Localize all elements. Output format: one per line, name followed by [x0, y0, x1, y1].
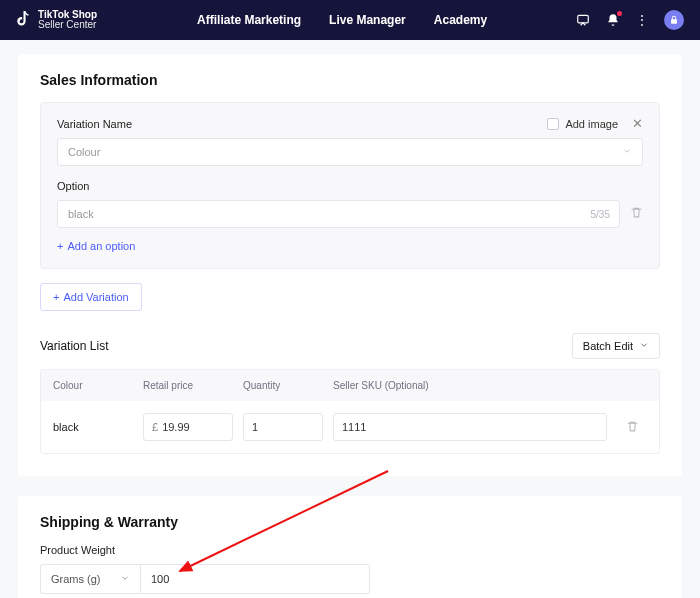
nav-affiliate-marketing[interactable]: Affiliate Marketing	[197, 13, 301, 27]
nav-live-manager[interactable]: Live Manager	[329, 13, 406, 27]
variation-table: Colour Retail price Quantity Seller SKU …	[40, 369, 660, 454]
option-input-wrap: black 5/35	[57, 200, 620, 228]
retail-price-input[interactable]: £ 19.99	[143, 413, 233, 441]
plus-icon: +	[57, 240, 63, 252]
variation-box: Variation Name Add image ✕ Colour Option	[40, 102, 660, 269]
weight-unit-select[interactable]: Grams (g)	[40, 564, 140, 594]
top-bar: TikTok Shop Seller Center Affiliate Mark…	[0, 0, 700, 40]
table-row: black £ 19.99 1 1111	[41, 401, 659, 453]
checkbox-icon	[547, 118, 559, 130]
option-char-count: 5/35	[591, 209, 610, 220]
option-value: black	[68, 208, 94, 220]
batch-edit-button[interactable]: Batch Edit	[572, 333, 660, 359]
variation-select-value: Colour	[68, 146, 100, 158]
th-sku: Seller SKU (Optional)	[333, 380, 607, 391]
option-label: Option	[57, 180, 643, 192]
product-weight-row: Grams (g) 100	[40, 564, 660, 594]
chat-icon[interactable]	[576, 13, 590, 27]
th-quantity: Quantity	[243, 380, 323, 391]
sku-input[interactable]: 1111	[333, 413, 607, 441]
top-nav: Affiliate Marketing Live Manager Academy	[197, 13, 487, 27]
svg-rect-0	[578, 15, 589, 23]
table-header: Colour Retail price Quantity Seller SKU …	[41, 370, 659, 401]
notification-dot-icon	[617, 11, 622, 16]
chevron-down-icon	[622, 146, 632, 158]
delete-row-button[interactable]	[617, 420, 647, 435]
row-colour: black	[53, 421, 133, 433]
chevron-down-icon	[120, 573, 130, 585]
variation-name-select[interactable]: Colour	[57, 138, 643, 166]
shipping-heading: Shipping & Warranty	[40, 514, 660, 530]
close-icon[interactable]: ✕	[632, 117, 643, 130]
add-variation-button[interactable]: + Add Variation	[40, 283, 142, 311]
nav-academy[interactable]: Academy	[434, 13, 487, 27]
top-right: ⋮	[576, 10, 684, 30]
currency-prefix: £	[152, 421, 158, 433]
option-input[interactable]: black	[57, 200, 620, 228]
weight-value-input[interactable]: 100	[140, 564, 370, 594]
tiktok-logo-icon	[16, 11, 32, 29]
product-weight-label: Product Weight	[40, 544, 660, 556]
add-image-checkbox[interactable]: Add image	[547, 118, 618, 130]
notifications-icon[interactable]	[606, 13, 620, 27]
variation-list-label: Variation List	[40, 339, 108, 353]
brand[interactable]: TikTok Shop Seller Center	[16, 10, 97, 31]
add-option-link[interactable]: + Add an option	[57, 240, 643, 252]
sales-information-card: Sales Information Variation Name Add ima…	[18, 54, 682, 476]
avatar[interactable]	[664, 10, 684, 30]
th-price: Retail price	[143, 380, 233, 391]
brand-text: TikTok Shop Seller Center	[38, 10, 97, 31]
more-icon[interactable]: ⋮	[636, 13, 648, 27]
sales-heading: Sales Information	[40, 72, 660, 88]
th-colour: Colour	[53, 380, 133, 391]
variation-name-label: Variation Name	[57, 118, 132, 130]
delete-option-button[interactable]	[630, 206, 643, 222]
chevron-down-icon	[639, 340, 649, 352]
plus-icon: +	[53, 291, 59, 303]
quantity-input[interactable]: 1	[243, 413, 323, 441]
shipping-warranty-card: Shipping & Warranty Product Weight Grams…	[18, 496, 682, 598]
